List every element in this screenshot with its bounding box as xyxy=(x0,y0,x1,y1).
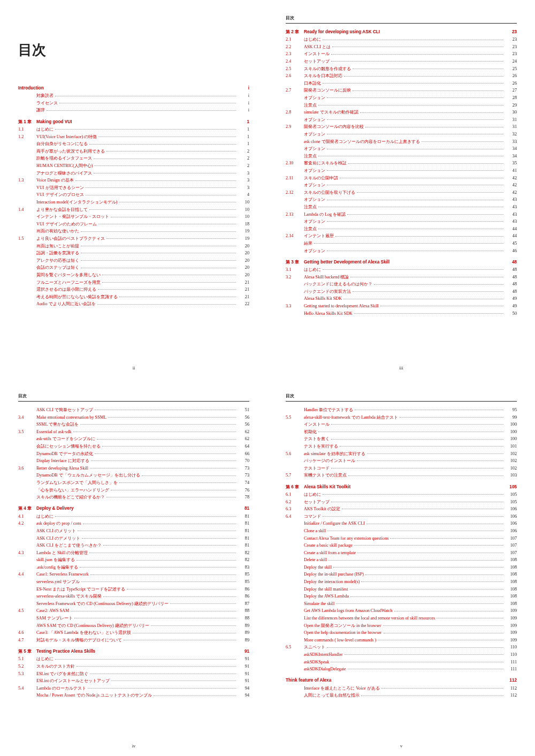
leader-dots xyxy=(353,68,503,69)
page-number: 21 xyxy=(238,294,249,300)
subsection-label: serverless-alexa-skills でスキル開発 xyxy=(36,593,102,600)
toc-section: 1.4より豊かな会話を目指して10 xyxy=(18,207,249,213)
page-number: 100 xyxy=(505,436,517,442)
page-number: 108 xyxy=(505,593,517,600)
toc-subsection: テストコード102 xyxy=(286,465,517,472)
toc-section: 5.4Lambda のローカルテスト94 xyxy=(18,685,249,692)
subsection-label: インストール xyxy=(304,421,330,428)
page-number: 111 xyxy=(505,666,517,672)
leader-dots xyxy=(78,530,236,531)
leader-dots xyxy=(357,552,503,553)
page-number: 105 xyxy=(505,499,517,505)
section-label: Alexa Skill backend 概論 xyxy=(304,274,349,281)
leader-dots xyxy=(348,668,503,669)
page-number: 1 xyxy=(238,141,249,147)
toc-subsection: Deploy the AWS Lambda108 xyxy=(286,593,517,600)
page-number: 26 xyxy=(505,80,517,87)
subsection-label: 注意点 xyxy=(304,204,317,210)
page-number: 22 xyxy=(238,301,249,307)
page-number: 81 xyxy=(238,528,249,534)
toc-subsection: SSML で豊かな会話を56 xyxy=(18,421,249,428)
section-label: スキルの公開申請 xyxy=(304,175,338,182)
page-number: 100 xyxy=(505,421,517,428)
page-number: 110 xyxy=(505,652,517,658)
section-number: 2.1 xyxy=(286,36,304,43)
subsection-label: Deploy the skill xyxy=(304,564,332,571)
page-header: 目次 xyxy=(286,393,517,402)
leader-dots xyxy=(331,424,503,425)
section-number: 2.10 xyxy=(286,160,304,167)
toc-subsection: Hello Alexa Skills Kit SDK50 xyxy=(286,311,517,317)
leader-dots xyxy=(378,639,503,640)
subsection-label: Simulate the skill xyxy=(304,601,334,607)
page-number: 102 xyxy=(505,451,517,457)
page-number: 81 xyxy=(238,513,249,520)
page-number: 76 xyxy=(238,487,249,494)
section-number: 3.5 xyxy=(18,429,36,435)
subsection-label: フルニーズとハーフニーズを用意 xyxy=(36,279,101,286)
page-number: 51 xyxy=(238,407,249,413)
subsection-label: Hello Alexa Skills Kit SDK xyxy=(304,311,353,317)
section-label: simulate でスキルの動作確認 xyxy=(304,109,358,116)
toc-subsection: ask-utils でコードをシンプルに62 xyxy=(18,436,249,442)
toc-section: 4.6Case3: 「AWS Lambda を使わない」という選択肢89 xyxy=(18,630,249,636)
chapter-label: Getting better Development of Alexa Skil… xyxy=(304,259,389,266)
toc-subsection: Clone a skill106 xyxy=(286,528,517,534)
subsection-label: serverless.yml サンプル xyxy=(36,579,80,585)
leader-dots xyxy=(77,666,236,667)
toc-subsection: Display Interface に対応する70 xyxy=(18,458,249,464)
section-label: 実機テストでの注意点 xyxy=(304,472,347,479)
section-number: 6.4 xyxy=(286,513,304,520)
page-number: 106 xyxy=(505,513,517,520)
leader-dots xyxy=(348,475,503,476)
toc-section: 5.1はじめに91 xyxy=(18,656,249,662)
toc-subsection: Deploy the skill manifest108 xyxy=(286,586,517,593)
leader-dots xyxy=(127,588,236,589)
page-number: i xyxy=(238,107,249,114)
toc-section: 6.4コマンド106 xyxy=(286,513,517,520)
toc-section: 3.1はじめに48 xyxy=(286,267,517,273)
page-number: 44 xyxy=(505,226,517,232)
page-number: 19 xyxy=(238,228,249,235)
section-number: 2.12 xyxy=(286,190,304,196)
page-number: 73 xyxy=(238,472,249,479)
toc-subsection: オプション34 xyxy=(286,146,517,152)
toc-subsection: インストール100 xyxy=(286,421,517,428)
leader-dots xyxy=(331,61,503,62)
leader-dots xyxy=(102,282,236,283)
subsection-label: アレクサの応答は短く xyxy=(36,258,79,264)
page-number: 105 xyxy=(505,484,517,490)
page-number: 83 xyxy=(238,564,249,571)
subsection-label: ask-utils でコードをシンプルに xyxy=(36,436,95,442)
leader-dots xyxy=(55,516,236,517)
toc-section: 2.11スキルの公開申請42 xyxy=(286,175,517,182)
leader-dots xyxy=(80,424,236,425)
section-label: 開発者コンソールの内容を比較 xyxy=(304,124,364,130)
subsection-label: テストを書く xyxy=(304,436,330,442)
subsection-label: SSML で豊かな会話を xyxy=(36,421,79,428)
leader-dots xyxy=(327,184,503,185)
section-number: 5.7 xyxy=(286,472,304,479)
toc-subsection: 注意点44 xyxy=(286,226,517,232)
subsection-label: askSDKDialogDelegate xyxy=(304,666,346,672)
toc-subsection: Create a basic skill package107 xyxy=(286,542,517,549)
leader-dots xyxy=(124,639,236,640)
leader-dots xyxy=(344,75,503,77)
leader-dots xyxy=(327,119,503,120)
leader-dots xyxy=(318,431,503,432)
section-number: 2.14 xyxy=(286,233,304,239)
page-number: 48 xyxy=(505,281,517,288)
toc-subsection: Contact Alexa Team for any extension que… xyxy=(286,535,517,542)
leader-dots xyxy=(437,617,503,618)
page-number: 48 xyxy=(505,267,517,273)
section-number: 5.5 xyxy=(286,414,304,421)
leader-dots xyxy=(81,260,236,261)
subsection-label: Interaction model(インタラクションモデル) xyxy=(36,199,117,206)
page-number: 109 xyxy=(505,630,517,636)
section-label: はじめに xyxy=(304,267,321,273)
section-number: 3.3 xyxy=(286,303,304,309)
toc-subsection: Open the help documentation in the brows… xyxy=(286,630,517,636)
section-label: Case3: 「AWS Lambda を使わない」という選択肢 xyxy=(36,630,131,636)
toc-section: 2.14インテント履歴44 xyxy=(286,233,517,239)
leader-dots xyxy=(342,508,503,509)
